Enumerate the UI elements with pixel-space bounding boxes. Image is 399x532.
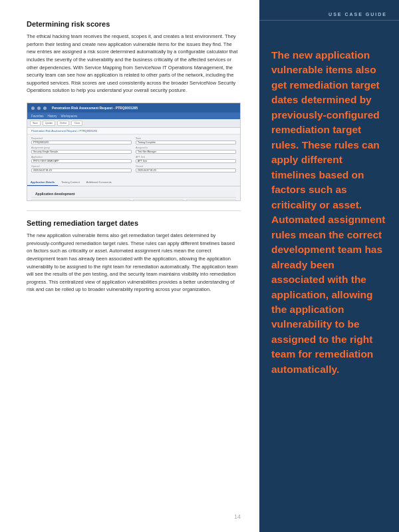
section2-title: Setting remediation target dates	[27, 219, 241, 227]
mockup-field-assignedto: Assigned to Test Site Manager	[136, 146, 236, 154]
mockup-field-state: State Testing Complete	[136, 137, 236, 144]
mockup-value-state: Testing Complete	[136, 140, 236, 144]
screenshot-mockup: Penetration Risk Assessment Request - PT…	[27, 103, 241, 201]
mockup-cell-3	[186, 199, 237, 201]
mockup-nav: Favorites History Workspaces	[27, 113, 240, 119]
mockup-dot-2	[37, 107, 41, 110]
sidebar-highlight-text: The new application vulnerable items als…	[271, 48, 387, 377]
mockup-section-header-app: Application development	[31, 190, 236, 198]
content-divider	[27, 210, 241, 211]
mockup-breadcrumb: Penetration Risk Assessment Request > PT…	[27, 128, 240, 134]
mockup-label-aptunit: APT Unit	[136, 156, 236, 158]
page-number: 14	[234, 513, 241, 520]
mockup-topbar-label: Penetration Risk Assessment Request - PT…	[52, 106, 138, 110]
mockup-field-aptunit: APT Unit APT Unit	[136, 156, 236, 163]
mockup-value-requested: PTRQ0001265	[31, 140, 132, 144]
mockup-tab-comments: Additional Comments	[83, 179, 115, 186]
mockup-value-assignedto: Test Site Manager	[136, 150, 236, 154]
mockup-value-closed: 2023-04-07 01:23	[136, 168, 236, 172]
mockup-form-row-1: Requested PTRQ0001265 State Testing Comp…	[31, 137, 236, 144]
right-sidebar: USE CASE GUIDE The new application vulne…	[259, 0, 399, 532]
mockup-label-requested: Requested	[31, 137, 132, 140]
mockup-nav-favorites: Favorites	[31, 115, 44, 118]
mockup-value-application: PRTG TEST DEMO APP	[31, 159, 132, 163]
mockup-close-btn: Close	[71, 121, 82, 126]
mockup-field-assignment: Assignment group Security Simple Sample	[31, 146, 132, 154]
mockup-label-assignment: Assignment group	[31, 146, 132, 149]
mockup-value-opened: 2023-04-07 01:23	[31, 168, 132, 172]
mockup-form-row-3: Application PRTG TEST DEMO APP APT Unit …	[31, 156, 236, 163]
mockup-update-btn: Update	[43, 121, 55, 126]
mockup-form-row-dates: Opened 2023-04-07 01:23 Closed 2023-04-0…	[31, 165, 236, 172]
mockup-table-row-1	[31, 199, 236, 201]
mockup-form-area: Requested PTRQ0001265 State Testing Comp…	[27, 134, 240, 177]
mockup-field-closed: Closed 2023-04-07 01:23	[136, 165, 236, 172]
section1-body: The ethical hacking team receives the re…	[27, 33, 241, 95]
mockup-dot-1	[31, 107, 35, 110]
mockup-label-opened: Opened	[31, 165, 132, 168]
mockup-field-requested: Requested PTRQ0001265	[31, 137, 132, 144]
mockup-tab-appdetails: Application Details	[27, 179, 58, 186]
section2-body: The new application vulnerable items als…	[27, 232, 241, 294]
mockup-field-application: Application PRTG TEST DEMO APP	[31, 156, 132, 163]
use-case-label: USE CASE GUIDE	[329, 12, 387, 17]
mockup-topbar: Penetration Risk Assessment Request - PT…	[27, 103, 240, 113]
mockup-action-bar: Save Update Delete Close	[27, 119, 240, 128]
mockup-value-assignment: Security Simple Sample	[31, 150, 132, 154]
header-line	[259, 20, 399, 21]
mockup-delete-btn: Delete	[57, 121, 69, 126]
mockup-dot-3	[43, 107, 47, 110]
mockup-save-btn: Save	[30, 121, 41, 126]
mockup-label-closed: Closed	[136, 165, 236, 168]
mockup-value-aptunit: APT Unit	[136, 159, 236, 163]
mockup-label-application: Application	[31, 156, 132, 158]
page-container: Determining risk scores The ethical hack…	[0, 0, 399, 532]
mockup-cell-2	[133, 199, 184, 201]
mockup-field-opened: Opened 2023-04-07 01:23	[31, 165, 132, 172]
mockup-nav-history: History	[48, 115, 57, 118]
mockup-tabs: Application Details Testing Content Addi…	[27, 179, 240, 186]
left-content: Determining risk scores The ethical hack…	[0, 0, 259, 532]
mockup-label-state: State	[136, 137, 236, 140]
mockup-tab-testing: Testing Content	[58, 179, 83, 186]
section1-title: Determining risk scores	[27, 20, 241, 28]
mockup-cell-1	[31, 199, 130, 201]
mockup-nav-workspaces: Workspaces	[61, 115, 78, 118]
mockup-table-area: Application development	[27, 188, 240, 201]
mockup-form-row-2: Assignment group Security Simple Sample …	[31, 146, 236, 154]
mockup-label-assignedto: Assigned to	[136, 146, 236, 149]
